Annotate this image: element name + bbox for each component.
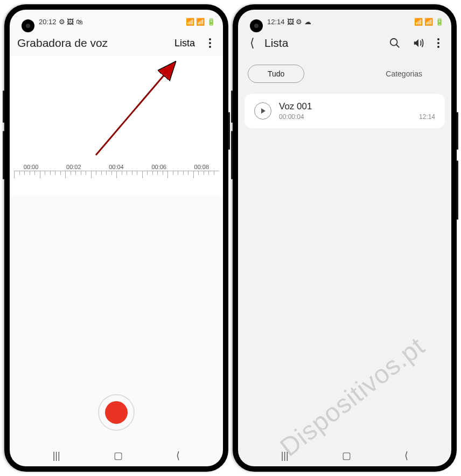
status-right: 📶 📶 🔋 (414, 18, 444, 26)
app-header: Grabadora de voz Lista (10, 30, 223, 56)
search-icon[interactable] (386, 34, 404, 52)
status-left: 12:14 🖼 ⚙ ☁ (267, 18, 311, 26)
timeline-tick-label: 00:08 (194, 164, 209, 170)
phone-left: 20:12 ⚙ 🖼 🛍 📶 📶 🔋 Grabadora de voz Lista… (4, 4, 228, 472)
nav-recents-icon[interactable]: ||| (42, 448, 71, 464)
recording-meta: 00:00:04 12:14 (279, 113, 435, 121)
camera-hole (22, 19, 34, 32)
timeline-ruler (14, 171, 219, 180)
volume-icon[interactable] (409, 34, 428, 52)
record-icon (105, 401, 128, 424)
status-icons-left: 🖼 ⚙ ☁ (287, 18, 311, 26)
timeline-tick-label: 00:00 (24, 164, 39, 170)
page-title: Lista (264, 37, 288, 50)
timeline-tick-label: 00:02 (66, 164, 81, 170)
svg-line-3 (396, 45, 400, 48)
play-icon (261, 108, 266, 114)
nav-bar: ||| ▢ ⟨ (10, 445, 223, 466)
screen-1: 20:12 ⚙ 🖼 🛍 📶 📶 🔋 Grabadora de voz Lista… (10, 10, 223, 466)
nav-bar: ||| ▢ ⟨ (238, 445, 451, 466)
play-button[interactable] (254, 102, 271, 120)
timeline-tick-label: 00:04 (109, 164, 124, 170)
record-area (10, 380, 223, 445)
app-header: ⟨ Lista (238, 30, 451, 56)
phone-right: 12:14 🖼 ⚙ ☁ 📶 📶 🔋 ⟨ Lista Tudo Categori (233, 4, 457, 472)
status-icons-right: 📶 📶 🔋 (414, 18, 444, 26)
side-button (231, 90, 233, 123)
recording-item[interactable]: Voz 001 00:00:04 12:14 (245, 94, 445, 128)
side-button (228, 112, 230, 150)
waveform-area (10, 196, 223, 380)
timeline-area: 00:00 00:02 00:04 00:06 00:08 (10, 56, 223, 196)
tab-all[interactable]: Tudo (248, 65, 304, 83)
screen-2: 12:14 🖼 ⚙ ☁ 📶 📶 🔋 ⟨ Lista Tudo Categori (238, 10, 451, 466)
segment-toggle: Tudo Categorias (238, 56, 451, 92)
recording-duration: 00:00:04 (279, 113, 304, 121)
side-button (3, 90, 4, 123)
more-icon[interactable] (433, 34, 444, 52)
nav-home-icon[interactable]: ▢ (103, 447, 134, 464)
side-button (457, 112, 458, 150)
recording-list: Voz 001 00:00:04 12:14 (238, 92, 451, 130)
timeline-tick-label: 00:06 (151, 164, 166, 170)
side-button (231, 131, 233, 179)
timeline-labels: 00:00 00:02 00:04 00:06 00:08 (10, 164, 223, 170)
svg-point-2 (390, 39, 397, 46)
nav-home-icon[interactable]: ▢ (331, 447, 362, 464)
nav-back-icon[interactable]: ⟨ (394, 447, 419, 464)
arrow-annotation (90, 53, 198, 160)
svg-line-1 (96, 64, 174, 155)
app-title: Grabadora de voz (17, 37, 108, 50)
status-time: 12:14 (267, 18, 285, 26)
side-button (457, 160, 458, 220)
back-icon[interactable]: ⟨ (246, 34, 259, 52)
recording-info: Voz 001 00:00:04 12:14 (279, 101, 435, 121)
status-right: 📶 📶 🔋 (186, 18, 215, 26)
status-bar: 20:12 ⚙ 🖼 🛍 📶 📶 🔋 (10, 10, 223, 30)
nav-recents-icon[interactable]: ||| (270, 448, 299, 464)
list-button[interactable]: Lista (170, 36, 199, 51)
nav-back-icon[interactable]: ⟨ (165, 447, 191, 464)
status-bar: 12:14 🖼 ⚙ ☁ 📶 📶 🔋 (238, 10, 451, 30)
record-button[interactable] (98, 394, 135, 431)
recording-title: Voz 001 (279, 101, 435, 112)
status-time: 20:12 (39, 18, 57, 26)
more-icon[interactable] (205, 34, 215, 52)
camera-hole (250, 19, 263, 32)
status-icons-left: ⚙ 🖼 🛍 (59, 18, 83, 26)
recording-time: 12:14 (419, 113, 435, 121)
side-button (3, 131, 4, 179)
status-left: 20:12 ⚙ 🖼 🛍 (39, 18, 83, 26)
tab-categories[interactable]: Categorias (366, 65, 442, 82)
status-icons-right: 📶 📶 🔋 (186, 18, 215, 26)
